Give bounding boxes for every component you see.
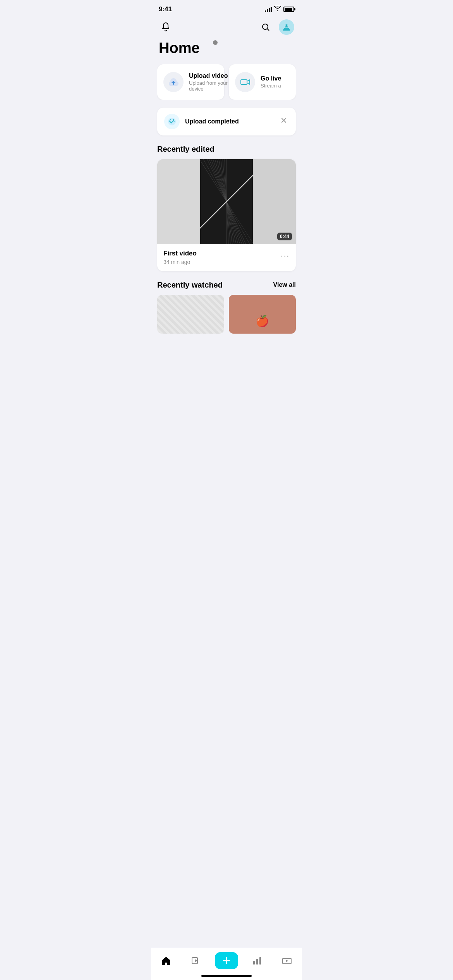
battery-icon: [283, 7, 294, 12]
svg-point-3: [287, 26, 288, 26]
status-icons: [265, 6, 294, 13]
video-meta: First video 34 min ago: [163, 250, 197, 265]
go-live-card[interactable]: Go live Stream a: [229, 64, 296, 100]
upload-icon-wrap: [163, 72, 184, 92]
recently-watched-header: Recently watched View all: [157, 281, 296, 290]
signal-bars-icon: [265, 7, 272, 12]
recently-edited-section-title: Recently edited: [157, 145, 296, 154]
recently-watched-title: Recently watched: [157, 281, 223, 290]
go-live-text: Go live Stream a: [261, 75, 281, 89]
thumb-right: [253, 159, 296, 244]
status-bar: 9:41: [151, 0, 302, 15]
video-duration-badge: 0:44: [277, 233, 292, 240]
header: [151, 15, 302, 39]
upload-video-text: Upload video Upload from your device: [189, 72, 228, 92]
watched-video-1[interactable]: [157, 295, 224, 334]
user-avatar-button[interactable]: [279, 19, 294, 35]
notification-text: Upload completed: [185, 118, 239, 125]
video-title: First video: [163, 250, 197, 257]
video-more-options-button[interactable]: ···: [281, 250, 290, 262]
apple-logo-icon: 🍎: [256, 315, 269, 327]
content-area: Upload video Upload from your device Go …: [151, 64, 302, 334]
upload-notification: Upload completed: [157, 108, 296, 135]
upload-complete-icon: [164, 114, 180, 129]
notification-bell-button[interactable]: [159, 20, 173, 34]
video-info: First video 34 min ago ···: [157, 244, 296, 271]
page-title: Home: [159, 40, 294, 57]
watched-video-2[interactable]: 🍎: [229, 295, 296, 334]
thumb-center: [200, 159, 253, 244]
view-all-button[interactable]: View all: [273, 281, 296, 288]
search-button[interactable]: [259, 20, 273, 34]
dot-indicator: [213, 40, 218, 45]
recently-watched-row: 🍎: [157, 295, 296, 334]
page-title-area: Home: [151, 39, 302, 64]
upload-video-card[interactable]: Upload video Upload from your device: [157, 64, 224, 100]
action-cards: Upload video Upload from your device Go …: [157, 64, 296, 100]
video-timestamp: 34 min ago: [163, 259, 197, 265]
video-thumbnail: 0:44: [157, 159, 296, 244]
close-notification-button[interactable]: [279, 115, 289, 127]
svg-point-2: [285, 26, 286, 26]
wifi-icon: [274, 6, 281, 13]
go-live-icon-wrap: [235, 72, 255, 92]
svg-rect-4: [241, 80, 247, 84]
thumb-left: [157, 159, 200, 244]
header-right: [259, 19, 294, 35]
video-card[interactable]: 0:44 First video 34 min ago ···: [157, 159, 296, 271]
status-time: 9:41: [159, 5, 172, 13]
